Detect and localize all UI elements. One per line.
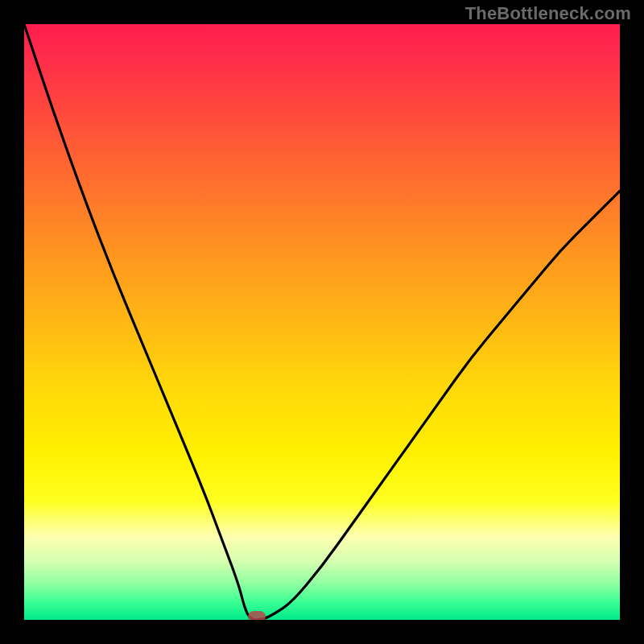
plot-area [24, 24, 620, 620]
chart-frame: TheBottleneck.com [0, 0, 644, 644]
curve-svg [24, 24, 620, 620]
bottleneck-curve [24, 24, 620, 620]
watermark-text: TheBottleneck.com [465, 3, 631, 24]
minimum-marker [248, 611, 266, 620]
